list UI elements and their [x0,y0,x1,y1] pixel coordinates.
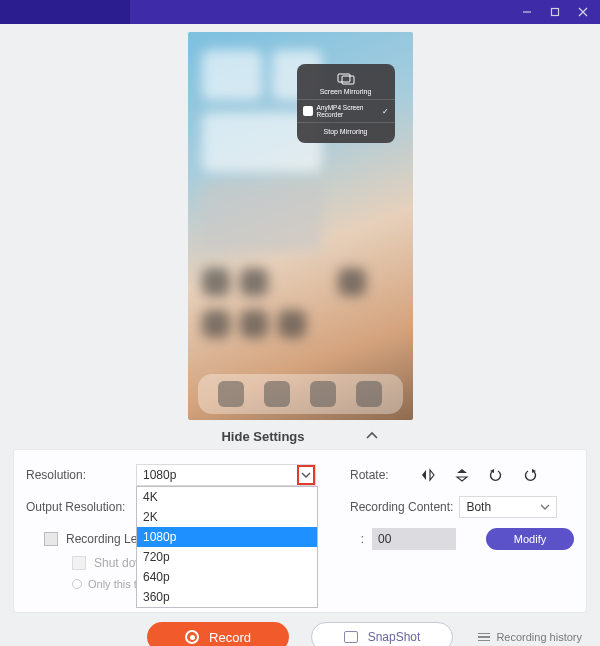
list-icon [478,633,490,642]
chevron-down-icon [297,465,315,485]
recording-history-link[interactable]: Recording history [478,631,582,643]
chevron-up-icon [365,428,379,444]
record-label: Record [209,630,251,645]
close-button[interactable] [570,0,596,24]
record-button[interactable]: Record [147,622,289,646]
resolution-dropdown: 4K 2K 1080p 720p 640p 360p [136,486,318,608]
resolution-value: 1080p [143,468,176,482]
resolution-option[interactable]: 640p [137,567,317,587]
settings-panel: Resolution: 1080p 4K 2K 1080p 720p 640p … [14,450,586,612]
snapshot-button[interactable]: SnapShot [311,622,453,646]
mirroring-title: Screen Mirroring [297,88,395,95]
screen-mirroring-popup: Screen Mirroring AnyMP4 Screen Recorder … [297,64,395,143]
stop-mirroring-button[interactable]: Stop Mirroring [297,122,395,137]
recording-content-select[interactable]: Both [459,496,557,518]
maximize-button[interactable] [542,0,568,24]
resolution-option[interactable]: 4K [137,487,317,507]
flip-horizontal-icon[interactable] [419,466,437,484]
time-seconds-field[interactable] [372,528,456,550]
record-icon [185,630,199,644]
rotate-right-icon[interactable] [521,466,539,484]
resolution-option[interactable]: 2K [137,507,317,527]
chevron-down-icon [540,503,550,511]
hide-settings-toggle[interactable]: Hide Settings [0,420,600,450]
recording-content-label: Recording Content: [350,500,453,514]
recording-content-value: Both [466,500,491,514]
preview-area: Screen Mirroring AnyMP4 Screen Recorder … [0,24,600,420]
radio-icon [72,579,82,589]
window-controls [514,0,596,24]
phone-preview: Screen Mirroring AnyMP4 Screen Recorder … [188,32,413,420]
bottom-bar: Record SnapShot Recording history [0,622,600,646]
recording-length-checkbox[interactable] [44,532,58,546]
rotate-label: Rotate: [350,468,389,482]
resolution-option[interactable]: 1080p [137,527,317,547]
recording-history-label: Recording history [496,631,582,643]
svg-rect-1 [552,9,559,16]
rotate-left-icon[interactable] [487,466,505,484]
titlebar [0,0,600,24]
device-icon [303,106,313,116]
svg-rect-4 [338,74,350,82]
camera-icon [344,631,358,643]
titlebar-logo-area [0,0,130,24]
modify-button[interactable]: Modify [486,528,574,550]
output-resolution-label: Output Resolution: [26,500,136,514]
resolution-option[interactable]: 360p [137,587,317,607]
mirroring-device-row[interactable]: AnyMP4 Screen Recorder ✓ [297,99,395,122]
resolution-select[interactable]: 1080p 4K 2K 1080p 720p 640p 360p [136,464,316,486]
flip-vertical-icon[interactable] [453,466,471,484]
device-name: AnyMP4 Screen Recorder [317,104,378,118]
resolution-option[interactable]: 720p [137,547,317,567]
shutdown-checkbox[interactable] [72,556,86,570]
check-icon: ✓ [382,107,389,116]
snapshot-label: SnapShot [368,630,421,644]
minimize-button[interactable] [514,0,540,24]
time-sep: : [361,532,364,546]
resolution-label: Resolution: [26,468,136,482]
svg-rect-5 [342,76,354,84]
mirroring-icon [297,73,395,86]
hide-settings-label: Hide Settings [221,429,304,444]
